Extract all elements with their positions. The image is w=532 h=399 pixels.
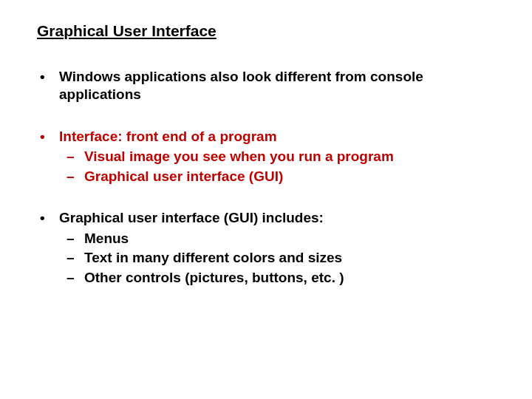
bullet-text-3: Graphical user interface (GUI) includes: [59, 210, 324, 225]
sub-text-2-2: Graphical user interface (GUI) [84, 168, 283, 184]
sub-item-3-3: Other controls (pictures, buttons, etc. … [59, 269, 502, 287]
sub-item-3-2: Text in many different colors and sizes [59, 249, 502, 267]
sub-text-3-1: Menus [84, 231, 129, 246]
sub-text-3-3: Other controls (pictures, buttons, etc. … [84, 270, 344, 285]
slide-title: Graphical User Interface [37, 22, 502, 40]
bullet-item-1: Windows applications also look different… [37, 68, 502, 104]
bullet-text-1: Windows applications also look different… [59, 69, 423, 102]
sub-item-2-1: Visual image you see when you run a prog… [59, 148, 502, 166]
bullet-item-2: Interface: front end of a program Visual… [37, 128, 502, 186]
sub-list-2: Visual image you see when you run a prog… [59, 148, 502, 185]
sub-text-2-1: Visual image you see when you run a prog… [84, 149, 394, 164]
sub-text-3-2: Text in many different colors and sizes [84, 250, 342, 265]
bullet-item-3: Graphical user interface (GUI) includes:… [37, 209, 502, 287]
bullet-text-2: Interface: front end of a program [59, 129, 277, 144]
sub-item-2-2: Graphical user interface (GUI) [59, 168, 502, 186]
bullet-list: Windows applications also look different… [37, 68, 502, 287]
sub-list-3: Menus Text in many different colors and … [59, 230, 502, 287]
sub-item-3-1: Menus [59, 230, 502, 248]
